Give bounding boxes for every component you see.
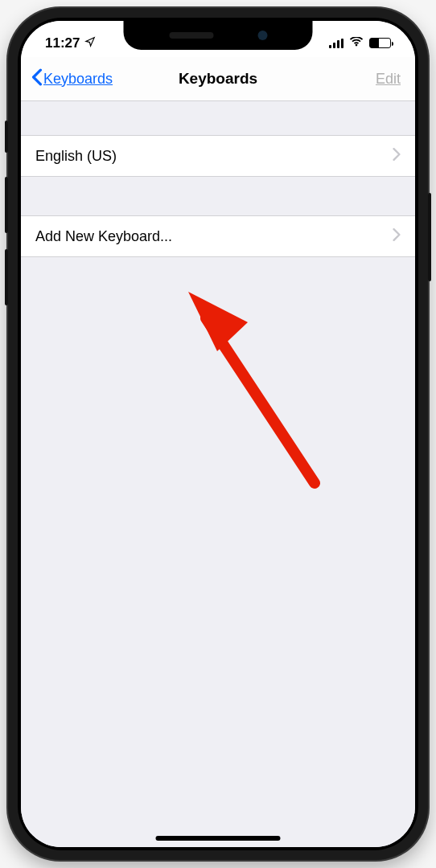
phone-frame: 11:27 xyxy=(8,8,428,860)
notch xyxy=(124,21,313,50)
back-label: Keyboards xyxy=(43,71,113,88)
keyboards-list-group: English (US) xyxy=(21,135,415,177)
volume-down-button xyxy=(5,249,8,305)
add-keyboard-row[interactable]: Add New Keyboard... xyxy=(21,215,415,257)
volume-up-button xyxy=(5,177,8,233)
home-indicator[interactable] xyxy=(156,836,281,841)
navigation-bar: Keyboards Keyboards Edit xyxy=(21,57,415,101)
phone-bezel: 11:27 xyxy=(18,18,418,850)
status-time: 11:27 xyxy=(45,35,80,51)
chevron-right-icon xyxy=(393,228,401,245)
back-button[interactable]: Keyboards xyxy=(21,68,113,90)
screen: 11:27 xyxy=(21,21,415,847)
wifi-icon xyxy=(349,35,364,51)
keyboard-row-label: English (US) xyxy=(35,148,117,165)
silence-switch xyxy=(5,121,8,153)
chevron-left-icon xyxy=(31,68,43,90)
edit-button[interactable]: Edit xyxy=(376,71,415,88)
add-keyboard-label: Add New Keyboard... xyxy=(35,228,172,245)
speaker-grille xyxy=(169,32,213,39)
content-area: English (US) Add New Keyboard... xyxy=(21,101,415,847)
power-button xyxy=(428,193,431,281)
battery-icon xyxy=(369,38,391,48)
add-keyboard-group: Add New Keyboard... xyxy=(21,215,415,257)
keyboard-row[interactable]: English (US) xyxy=(21,135,415,177)
location-icon xyxy=(84,35,96,51)
cellular-icon xyxy=(329,39,343,48)
chevron-right-icon xyxy=(393,148,401,165)
front-camera xyxy=(257,31,267,40)
